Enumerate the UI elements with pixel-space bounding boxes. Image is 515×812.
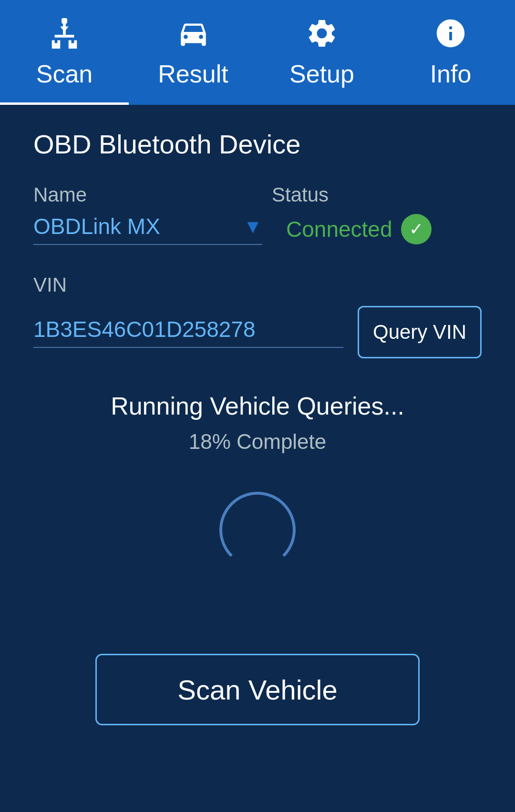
tab-result[interactable]: Result (129, 0, 258, 105)
progress-percent: 18% Complete (189, 430, 327, 454)
device-name-value: OBDLink MX (33, 213, 160, 239)
name-label: Name (33, 183, 272, 206)
status-check-icon: ✓ (401, 214, 432, 244)
status-text: Connected (286, 216, 392, 242)
gear-icon (305, 17, 339, 55)
vin-label: VIN (33, 274, 482, 296)
connection-status: Connected ✓ (286, 214, 432, 244)
vin-value: 1B3ES46C01D258278 (33, 317, 255, 342)
dropdown-arrow-icon: ▼ (243, 216, 262, 237)
top-navigation: Scan Result Setup Info (0, 0, 515, 105)
info-icon (434, 17, 467, 55)
vin-input-wrapper[interactable]: 1B3ES46C01D258278 (33, 316, 343, 348)
progress-message: Running Vehicle Queries... (111, 392, 404, 420)
tab-scan-label: Scan (36, 60, 93, 88)
main-content: OBD Bluetooth Device Name Status OBDLink… (0, 105, 515, 749)
obd-section-title: OBD Bluetooth Device (33, 129, 482, 160)
tab-info[interactable]: Info (386, 0, 515, 105)
loading-spinner (219, 492, 296, 568)
tab-scan[interactable]: Scan (0, 0, 129, 105)
tab-setup-label: Setup (289, 60, 354, 88)
usb-icon (48, 17, 81, 55)
progress-section: Running Vehicle Queries... 18% Complete (33, 392, 482, 616)
device-select[interactable]: OBDLink MX ▼ (33, 213, 262, 245)
device-status-row: OBDLink MX ▼ Connected ✓ (33, 213, 482, 245)
vin-section: VIN 1B3ES46C01D258278 Query VIN (33, 274, 482, 358)
query-vin-button[interactable]: Query VIN (358, 306, 482, 358)
tab-setup[interactable]: Setup (258, 0, 386, 105)
car-icon (175, 17, 211, 55)
tab-result-label: Result (158, 60, 228, 88)
tab-info-label: Info (430, 60, 472, 88)
scan-vehicle-button[interactable]: Scan Vehicle (95, 654, 420, 725)
vin-row: 1B3ES46C01D258278 Query VIN (33, 306, 482, 358)
status-label: Status (272, 183, 329, 206)
field-labels-row: Name Status (33, 183, 482, 206)
